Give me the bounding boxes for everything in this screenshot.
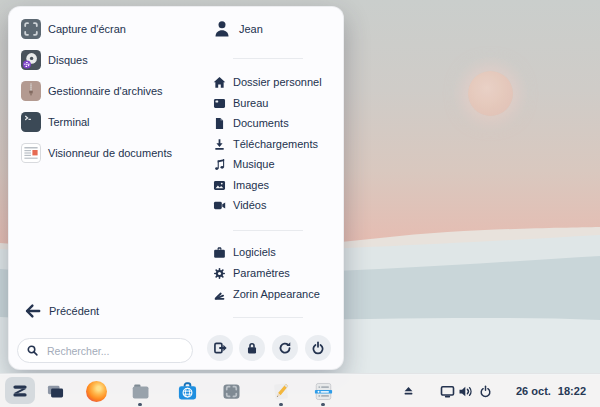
taskbar-item-software-store[interactable] <box>175 379 199 403</box>
taskbar-item-text-editor[interactable] <box>269 379 293 403</box>
system-item-software[interactable]: Logiciels <box>213 242 276 262</box>
system-label: Paramètres <box>233 267 290 279</box>
lock-icon <box>245 341 259 355</box>
place-item-documents[interactable]: Documents <box>213 113 289 133</box>
display-tray-button[interactable] <box>437 379 457 403</box>
folder-icon <box>130 381 151 402</box>
separator <box>233 58 303 59</box>
running-indicator <box>321 403 325 406</box>
eject-tray-button[interactable] <box>398 379 418 403</box>
search-input[interactable] <box>45 344 179 358</box>
user-name: Jean <box>239 23 263 35</box>
app-item-terminal[interactable]: Terminal <box>21 112 90 132</box>
home-icon <box>213 76 226 89</box>
disks-app-icon <box>21 50 41 70</box>
download-icon <box>213 138 226 151</box>
place-item-home[interactable]: Dossier personnel <box>213 72 322 92</box>
clock-time: 18:22 <box>558 385 586 397</box>
power-tray-icon <box>479 385 492 398</box>
app-item-document-viewer[interactable]: Visionneur de documents <box>21 143 172 163</box>
place-label: Vidéos <box>233 199 266 211</box>
app-item-disks[interactable]: Disques <box>21 50 88 70</box>
volume-tray-button[interactable] <box>455 379 475 403</box>
software-store-taskbar-icon <box>177 381 198 402</box>
place-label: Images <box>233 179 269 191</box>
software-store-icon <box>213 246 226 259</box>
app-label: Capture d'écran <box>48 23 126 35</box>
restart-icon <box>278 341 292 355</box>
place-item-pictures[interactable]: Images <box>213 175 269 195</box>
taskbar-item-tweaks[interactable] <box>311 379 335 403</box>
tweaks-settings-icon <box>313 381 334 402</box>
system-label: Zorin Appearance <box>233 288 320 300</box>
zorin-menu-button[interactable] <box>5 377 35 404</box>
taskbar: 26 oct. 18:22 <box>0 373 600 407</box>
back-arrow-icon <box>25 303 41 319</box>
image-icon <box>213 179 226 192</box>
taskbar-item-workspaces[interactable] <box>43 379 67 403</box>
back-label: Précédent <box>49 305 99 317</box>
workspaces-icon <box>45 381 66 402</box>
place-item-videos[interactable]: Vidéos <box>213 195 266 215</box>
place-label: Bureau <box>233 97 268 109</box>
document-icon <box>213 117 226 130</box>
zorin-menu-panel: Capture d'écran Disques Gestionnaire d'a… <box>8 6 344 370</box>
place-label: Dossier personnel <box>233 76 322 88</box>
app-label: Visionneur de documents <box>48 147 172 159</box>
terminal-app-icon <box>21 112 41 132</box>
system-label: Logiciels <box>233 246 276 258</box>
lock-button[interactable] <box>239 335 265 361</box>
zorin-logo-icon <box>10 381 30 401</box>
taskbar-item-firefox[interactable] <box>84 379 108 403</box>
app-label: Terminal <box>48 116 90 128</box>
power-tray-button[interactable] <box>475 379 495 403</box>
app-item-archive-manager[interactable]: Gestionnaire d'archives <box>21 81 163 101</box>
volume-icon <box>458 384 473 399</box>
firefox-icon <box>86 381 107 402</box>
search-bar[interactable] <box>17 338 193 363</box>
video-icon <box>213 199 226 212</box>
place-item-downloads[interactable]: Téléchargements <box>213 134 318 154</box>
taskbar-item-screenshot-tool[interactable] <box>219 379 243 403</box>
place-item-desktop[interactable]: Bureau <box>213 93 268 113</box>
place-label: Musique <box>233 158 275 170</box>
app-label: Gestionnaire d'archives <box>48 85 163 97</box>
system-item-zorin-appearance[interactable]: Zorin Appearance <box>213 284 320 304</box>
clock[interactable]: 26 oct. 18:22 <box>516 374 586 407</box>
text-editor-pencil-icon <box>271 381 292 402</box>
taskbar-item-files[interactable] <box>128 379 152 403</box>
appearance-icon <box>213 288 226 301</box>
settings-gear-icon <box>213 267 226 280</box>
moon-image <box>468 71 513 116</box>
logout-icon <box>213 341 227 355</box>
running-indicator <box>138 403 142 406</box>
place-label: Documents <box>233 117 289 129</box>
screenshot-app-icon <box>21 19 41 39</box>
place-item-music[interactable]: Musique <box>213 154 275 174</box>
clock-date: 26 oct. <box>516 385 551 397</box>
user-row[interactable]: Jean <box>214 19 263 39</box>
system-item-settings[interactable]: Paramètres <box>213 263 290 283</box>
document-viewer-app-icon <box>21 143 41 163</box>
restart-button[interactable] <box>272 335 298 361</box>
eject-icon <box>402 385 415 398</box>
app-item-screenshot[interactable]: Capture d'écran <box>21 19 126 39</box>
separator <box>233 230 303 231</box>
power-button[interactable] <box>305 335 331 361</box>
place-label: Téléchargements <box>233 138 318 150</box>
desktop-icon <box>213 97 226 110</box>
running-indicator <box>279 403 283 406</box>
back-button[interactable]: Précédent <box>25 301 99 321</box>
music-icon <box>213 158 226 171</box>
search-icon <box>26 344 39 357</box>
display-icon <box>440 384 455 399</box>
separator <box>233 317 303 318</box>
screenshot-tool-icon <box>221 381 242 402</box>
app-label: Disques <box>48 54 88 66</box>
user-avatar-icon <box>214 20 230 38</box>
logout-button[interactable] <box>207 335 233 361</box>
archive-manager-app-icon <box>21 81 41 101</box>
power-icon <box>311 341 325 355</box>
